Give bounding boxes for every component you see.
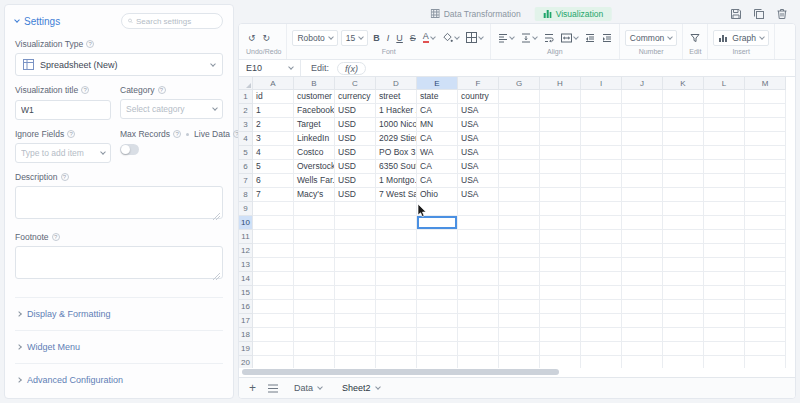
cell-E18[interactable] bbox=[417, 328, 458, 342]
cell-G9[interactable] bbox=[499, 202, 540, 216]
cell-C14[interactable] bbox=[335, 272, 376, 286]
row-header-8[interactable]: 8 bbox=[239, 188, 253, 202]
cell-A9[interactable] bbox=[253, 202, 294, 216]
row-header-10[interactable]: 10 bbox=[239, 216, 253, 230]
sheet-tab-sheet2[interactable]: Sheet2 bbox=[338, 381, 384, 395]
add-sheet-button[interactable]: + bbox=[249, 382, 256, 394]
cell-D6[interactable]: 6350 Sout... bbox=[376, 160, 417, 174]
cell-A12[interactable] bbox=[253, 244, 294, 258]
cell-H6[interactable] bbox=[540, 160, 581, 174]
cell-F11[interactable] bbox=[458, 230, 499, 244]
cell-K4[interactable] bbox=[663, 132, 704, 146]
row-header-2[interactable]: 2 bbox=[239, 104, 253, 118]
cell-J15[interactable] bbox=[622, 286, 663, 300]
cell-K13[interactable] bbox=[663, 258, 704, 272]
cell-D15[interactable] bbox=[376, 286, 417, 300]
cell-B9[interactable] bbox=[294, 202, 335, 216]
cell-J20[interactable] bbox=[622, 356, 663, 368]
cell-L8[interactable] bbox=[704, 188, 745, 202]
cell-M17[interactable] bbox=[745, 314, 786, 328]
sheet-list-icon[interactable] bbox=[268, 384, 278, 393]
cell-G20[interactable] bbox=[499, 356, 540, 368]
cell-F20[interactable] bbox=[458, 356, 499, 368]
cell-M20[interactable] bbox=[745, 356, 786, 368]
cell-C3[interactable]: USD bbox=[335, 118, 376, 132]
cell-reference-dropdown[interactable]: E10 bbox=[239, 60, 301, 76]
indent-increase-button[interactable] bbox=[600, 32, 614, 44]
cell-I3[interactable] bbox=[581, 118, 622, 132]
help-icon[interactable]: ? bbox=[67, 130, 75, 138]
category-select[interactable]: Select category bbox=[120, 99, 223, 119]
cell-L17[interactable] bbox=[704, 314, 745, 328]
cell-G19[interactable] bbox=[499, 342, 540, 356]
cell-H13[interactable] bbox=[540, 258, 581, 272]
cell-C17[interactable] bbox=[335, 314, 376, 328]
cell-H18[interactable] bbox=[540, 328, 581, 342]
cell-H8[interactable] bbox=[540, 188, 581, 202]
cell-K9[interactable] bbox=[663, 202, 704, 216]
cell-B19[interactable] bbox=[294, 342, 335, 356]
cell-F16[interactable] bbox=[458, 300, 499, 314]
cell-G3[interactable] bbox=[499, 118, 540, 132]
cell-E13[interactable] bbox=[417, 258, 458, 272]
cell-I11[interactable] bbox=[581, 230, 622, 244]
help-icon[interactable]: ? bbox=[158, 86, 166, 94]
cell-B10[interactable] bbox=[294, 216, 335, 230]
cell-I5[interactable] bbox=[581, 146, 622, 160]
cell-A20[interactable] bbox=[253, 356, 294, 368]
cell-D4[interactable]: 2029 Stier... bbox=[376, 132, 417, 146]
cell-C10[interactable] bbox=[335, 216, 376, 230]
cell-F3[interactable]: USA bbox=[458, 118, 499, 132]
cell-F13[interactable] bbox=[458, 258, 499, 272]
font-color-button[interactable]: A bbox=[421, 31, 437, 44]
horizontal-align-button[interactable] bbox=[496, 32, 516, 44]
cell-H1[interactable] bbox=[540, 90, 581, 104]
cell-M5[interactable] bbox=[745, 146, 786, 160]
vertical-align-button[interactable] bbox=[519, 32, 539, 44]
cell-L1[interactable] bbox=[704, 90, 745, 104]
cell-I2[interactable] bbox=[581, 104, 622, 118]
cell-C4[interactable]: USD bbox=[335, 132, 376, 146]
cell-B18[interactable] bbox=[294, 328, 335, 342]
cell-L5[interactable] bbox=[704, 146, 745, 160]
cell-K15[interactable] bbox=[663, 286, 704, 300]
cell-I7[interactable] bbox=[581, 174, 622, 188]
cell-G14[interactable] bbox=[499, 272, 540, 286]
cell-I15[interactable] bbox=[581, 286, 622, 300]
cell-J14[interactable] bbox=[622, 272, 663, 286]
row-header-9[interactable]: 9 bbox=[239, 202, 253, 216]
cell-I19[interactable] bbox=[581, 342, 622, 356]
cell-F17[interactable] bbox=[458, 314, 499, 328]
footnote-textarea[interactable] bbox=[15, 246, 223, 279]
cell-B11[interactable] bbox=[294, 230, 335, 244]
cell-E11[interactable] bbox=[417, 230, 458, 244]
cell-A16[interactable] bbox=[253, 300, 294, 314]
cell-G11[interactable] bbox=[499, 230, 540, 244]
cell-E3[interactable]: MN bbox=[417, 118, 458, 132]
cell-J17[interactable] bbox=[622, 314, 663, 328]
cell-K10[interactable] bbox=[663, 216, 704, 230]
cell-L14[interactable] bbox=[704, 272, 745, 286]
cell-A17[interactable] bbox=[253, 314, 294, 328]
cell-H9[interactable] bbox=[540, 202, 581, 216]
cell-A13[interactable] bbox=[253, 258, 294, 272]
cell-C12[interactable] bbox=[335, 244, 376, 258]
cell-B14[interactable] bbox=[294, 272, 335, 286]
cell-J19[interactable] bbox=[622, 342, 663, 356]
cell-F12[interactable] bbox=[458, 244, 499, 258]
row-header-19[interactable]: 19 bbox=[239, 342, 253, 356]
cell-C11[interactable] bbox=[335, 230, 376, 244]
cell-D14[interactable] bbox=[376, 272, 417, 286]
cell-B17[interactable] bbox=[294, 314, 335, 328]
cell-I16[interactable] bbox=[581, 300, 622, 314]
cell-A11[interactable] bbox=[253, 230, 294, 244]
cell-M8[interactable] bbox=[745, 188, 786, 202]
cell-J8[interactable] bbox=[622, 188, 663, 202]
select-all-corner[interactable] bbox=[239, 77, 253, 90]
cell-K17[interactable] bbox=[663, 314, 704, 328]
cell-C9[interactable] bbox=[335, 202, 376, 216]
column-header-H[interactable]: H bbox=[540, 77, 581, 90]
cell-H19[interactable] bbox=[540, 342, 581, 356]
search-input[interactable] bbox=[136, 17, 216, 26]
cell-C18[interactable] bbox=[335, 328, 376, 342]
